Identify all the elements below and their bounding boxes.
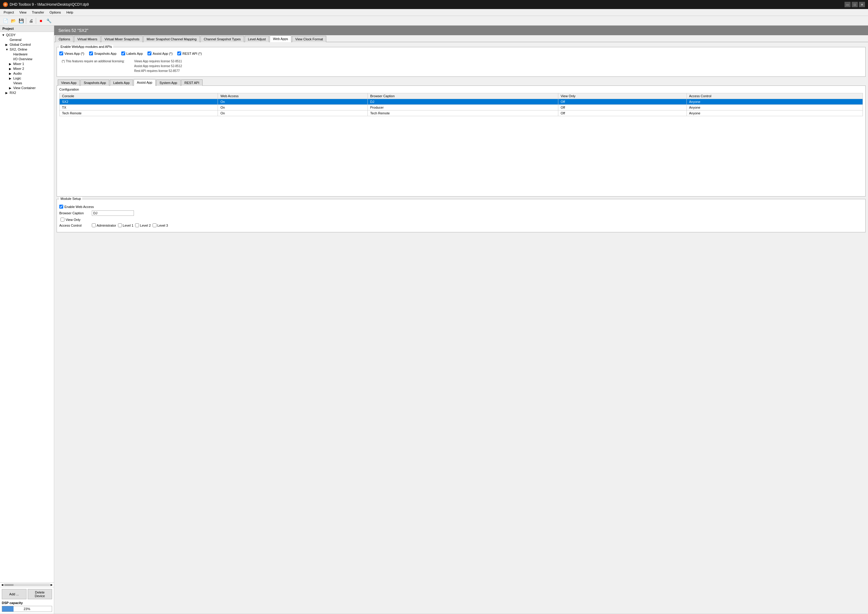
expander-global-control: ▶	[5, 43, 9, 47]
module-setup-group: Module Setup Enable Web Access Browser C…	[57, 199, 866, 233]
expander-logic: ▶	[9, 77, 12, 80]
toolbar-action[interactable]: 🔧	[45, 17, 53, 24]
access-level2-checkbox[interactable]	[135, 223, 139, 227]
menu-project[interactable]: Project	[1, 9, 16, 15]
view-only-checkbox[interactable]	[60, 218, 64, 222]
toolbar-sep1	[26, 18, 26, 24]
tab-virtual-mixer-snapshots[interactable]: Virtual Mixer Snapshots	[101, 36, 143, 42]
sub-tab-views-app[interactable]: Views App	[58, 79, 80, 86]
config-table-body: SX2 On DJ Off Anyone TX On Producer Off	[60, 99, 863, 116]
menu-help[interactable]: Help	[64, 9, 76, 15]
rest-api-checkbox[interactable]	[177, 51, 181, 55]
expander-audio: ▶	[9, 72, 12, 75]
toolbar-print[interactable]: 🖨	[27, 17, 35, 24]
enable-web-access-checkbox[interactable]	[59, 205, 63, 209]
minimize-button[interactable]: —	[845, 2, 851, 7]
tab-channel-snapshot-types[interactable]: Channel Snapshot Types	[200, 36, 244, 42]
sub-tab-system-app[interactable]: System App	[156, 79, 181, 86]
assist-app-checkbox-label[interactable]: Assist App (*)	[147, 51, 172, 55]
enable-web-access-label[interactable]: Enable Web Access	[59, 205, 94, 209]
cell-console-techremote: Tech Remote	[60, 110, 218, 116]
sidebar-hscrollbar[interactable]: ◀ ▶	[0, 582, 54, 587]
menu-view[interactable]: View	[17, 9, 29, 15]
sidebar-item-label-view-container: View Container	[13, 86, 36, 90]
sidebar-item-label-global-control: Global Control	[9, 43, 31, 47]
add-button[interactable]: Add ...	[2, 589, 26, 599]
sidebar-item-mixer1[interactable]: ▶ Mixer 1	[1, 61, 53, 66]
sidebar-item-logic[interactable]: ▶ Logic	[1, 76, 53, 81]
col-web-access: Web Access	[218, 93, 368, 99]
view-only-label[interactable]: View Only	[59, 218, 81, 222]
sidebar-item-view-container[interactable]: ▶ View Container	[1, 85, 53, 90]
access-admin-label[interactable]: Administrator	[92, 223, 116, 227]
sidebar-item-qcdy[interactable]: ▼ QCDY	[1, 33, 53, 37]
sub-tab-labels-app[interactable]: Labels App	[110, 79, 133, 86]
expander-general	[5, 38, 9, 42]
sidebar-item-mixer2[interactable]: ▶ Mixer 2	[1, 66, 53, 71]
table-row[interactable]: SX2 On DJ Off Anyone	[60, 99, 863, 105]
sub-tab-rest-api[interactable]: REST API	[181, 79, 203, 86]
access-level1-checkbox[interactable]	[118, 223, 122, 227]
access-admin-checkbox[interactable]	[92, 223, 96, 227]
labels-app-checkbox[interactable]	[121, 51, 125, 55]
delete-device-button[interactable]: Delete Device	[28, 589, 53, 599]
tab-web-apps[interactable]: Web Apps	[270, 36, 291, 42]
table-row[interactable]: Tech Remote On Tech Remote Off Anyone	[60, 110, 863, 116]
tab-virtual-mixers[interactable]: Virtual Mixers	[74, 36, 101, 42]
labels-app-checkbox-label[interactable]: Labels App	[121, 51, 143, 55]
hscroll-left-arrow[interactable]: ◀	[1, 583, 3, 586]
toolbar-stop[interactable]: ■	[37, 17, 45, 24]
sidebar-item-label-io: I/O Overview	[13, 57, 33, 61]
cell-caption-techremote: Tech Remote	[368, 110, 558, 116]
snapshots-app-checkbox-label[interactable]: Snapshots App	[89, 51, 116, 55]
sidebar-item-hardware[interactable]: Hardware	[1, 52, 53, 57]
access-level3-checkbox[interactable]	[153, 223, 157, 227]
snapshots-app-checkbox[interactable]	[89, 51, 93, 55]
toolbar-sep2	[36, 18, 36, 24]
views-app-label: Views App (*)	[64, 52, 84, 55]
toolbar-new[interactable]: 📄	[2, 17, 9, 24]
tab-mixer-snapshot-channel-mapping[interactable]: Mixer Snapshot Channel Mapping	[143, 36, 200, 42]
rest-api-label: REST API (*)	[182, 52, 202, 55]
menu-transfer[interactable]: Transfer	[29, 9, 46, 15]
access-level1-label[interactable]: Level 1	[118, 223, 133, 227]
tab-view-clock-format[interactable]: View Clock Format	[292, 36, 326, 42]
sidebar-item-label-mixer2: Mixer 2	[13, 67, 24, 70]
sub-tab-bar: Views App Snapshots App Labels App Assis…	[57, 79, 866, 86]
hscroll-thumb[interactable]	[5, 584, 14, 586]
col-access-control: Access Control	[687, 93, 863, 99]
access-level3-label[interactable]: Level 3	[153, 223, 168, 227]
table-row[interactable]: TX On Producer Off Anyone	[60, 105, 863, 110]
views-app-checkbox[interactable]	[59, 51, 63, 55]
sub-tab-snapshots-app[interactable]: Snapshots App	[81, 79, 109, 86]
maximize-button[interactable]: □	[852, 2, 858, 7]
configuration-group-title: Configuration	[59, 88, 863, 91]
sidebar-item-rx2[interactable]: ▶ RX2	[1, 90, 53, 95]
sidebar-item-label-hardware: Hardware	[13, 53, 28, 56]
hscroll-right-arrow[interactable]: ▶	[51, 583, 53, 586]
assist-app-checkbox[interactable]	[147, 51, 151, 55]
toolbar-save[interactable]: 💾	[17, 17, 25, 24]
sidebar-item-general[interactable]: General	[1, 37, 53, 42]
close-button[interactable]: ✕	[859, 2, 865, 7]
config-table-header-row: Console Web Access Browser Caption View …	[60, 93, 863, 99]
rest-api-checkbox-label[interactable]: REST API (*)	[177, 51, 202, 55]
views-app-checkbox-label[interactable]: Views App (*)	[59, 51, 84, 55]
sidebar-item-views[interactable]: Views	[1, 81, 53, 85]
hscroll-track[interactable]	[4, 584, 50, 586]
sidebar-item-io-overview[interactable]: I/O Overview	[1, 57, 53, 61]
access-level2-label[interactable]: Level 2	[135, 223, 150, 227]
expander-hardware	[9, 53, 12, 56]
expander-sx2: ▼	[5, 48, 9, 51]
browser-caption-input[interactable]	[92, 210, 134, 216]
tab-options[interactable]: Options	[55, 36, 73, 42]
sidebar-item-audio[interactable]: ▶ Audio	[1, 71, 53, 76]
sidebar-item-sx2[interactable]: ▼ SX2, Online	[1, 47, 53, 52]
sub-tab-assist-app[interactable]: Assist App	[133, 79, 156, 86]
dsp-capacity-bar: 23%	[2, 606, 52, 612]
menu-options[interactable]: Options	[47, 9, 63, 15]
sidebar-item-global-control[interactable]: ▶ Global Control	[1, 42, 53, 47]
tab-level-adjust[interactable]: Level Adjust	[245, 36, 269, 42]
sidebar-bottom: Add ... Delete Device DSP capacity 23%	[0, 587, 54, 614]
toolbar-open[interactable]: 📂	[9, 17, 17, 24]
